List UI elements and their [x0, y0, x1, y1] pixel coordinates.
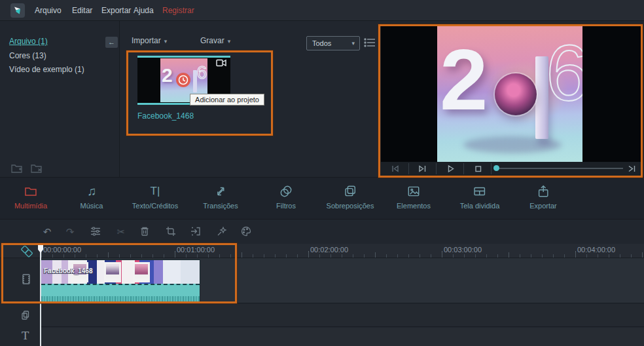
chevron-down-icon: ▾	[164, 38, 168, 45]
clip-photo-thumb	[133, 262, 150, 282]
main-toolbar: Multimídia ♫ Música T| Texto/Créditos Tr…	[0, 178, 644, 220]
seek-slider-handle[interactable]	[493, 165, 499, 171]
sidebar-item-video-exemplo[interactable]: Vídeo de exemplo (1)	[9, 65, 84, 74]
panel-divider	[119, 21, 120, 177]
text-track-icon: T	[22, 329, 29, 342]
play-icon[interactable]	[446, 164, 456, 174]
track-header-gutter	[0, 258, 41, 346]
separator	[491, 163, 492, 174]
collapse-sidebar-button[interactable]: ←	[105, 37, 118, 48]
menubar: Arquivo Editar Exportar Ajuda Registrar	[0, 0, 644, 21]
tab-tela-dividida[interactable]: Tela dividida	[460, 184, 500, 210]
menu-editar[interactable]: Editar	[72, 0, 92, 21]
separator	[436, 163, 437, 174]
tab-sobreposicoes[interactable]: Sobreposições	[327, 184, 374, 210]
music-note-icon: ♫	[80, 184, 103, 200]
link-clips-icon[interactable]	[20, 246, 34, 258]
app-logo-icon[interactable]	[10, 3, 25, 18]
timeline-ruler[interactable]: 00:00:00:00 00:01:00:00 00:02:00:00 00:0…	[0, 244, 644, 258]
clip-audio-waveform	[41, 284, 200, 302]
text-icon: T|	[132, 184, 178, 200]
sidebar-item-arquivo[interactable]: Arquivo (1)	[9, 37, 48, 46]
preview-stage[interactable]: 2 6	[381, 26, 641, 162]
overlays-icon	[327, 184, 374, 200]
filters-icon	[276, 184, 296, 200]
undo-icon[interactable]: ↶	[41, 225, 54, 239]
video-camera-icon	[216, 59, 226, 67]
menu-exportar[interactable]: Exportar	[101, 0, 131, 21]
pip-copy-icon	[20, 309, 33, 322]
magic-wand-icon[interactable]	[216, 225, 229, 239]
chevron-down-icon: ▾	[228, 38, 231, 45]
menu-ajuda[interactable]: Ajuda	[134, 0, 154, 21]
color-palette-icon[interactable]	[240, 225, 253, 239]
clip-filmstrip: Facebook_1468	[41, 260, 200, 284]
clock-icon	[176, 73, 190, 87]
folder-icon	[14, 184, 47, 200]
export-icon	[529, 184, 557, 200]
clip-photo-thumb	[104, 262, 121, 282]
add-folder-icon[interactable]	[10, 163, 24, 174]
tab-texto-creditos[interactable]: T| Texto/Créditos	[132, 184, 178, 210]
pip-track[interactable]	[0, 304, 644, 327]
sidebar-item-cores[interactable]: Cores (13)	[9, 51, 46, 60]
ruler-label: 00:04:00:00	[577, 246, 615, 254]
menu-arquivo[interactable]: Arquivo	[35, 0, 62, 21]
transitions-icon	[203, 184, 238, 200]
list-view-icon[interactable]	[364, 37, 376, 48]
tab-elementos[interactable]: Elementos	[397, 184, 431, 210]
tab-transicoes[interactable]: Transições	[203, 184, 238, 210]
jump-to-end-icon[interactable]	[627, 164, 637, 174]
trash-icon[interactable]	[139, 225, 152, 239]
next-frame-icon[interactable]	[418, 164, 427, 174]
jump-to-start-icon[interactable]	[390, 164, 400, 174]
split-screen-icon	[460, 184, 500, 200]
thumb-digit-2: 2	[162, 64, 173, 86]
media-item-title[interactable]: Facebook_1468	[137, 111, 194, 121]
stop-icon[interactable]	[473, 164, 483, 174]
ruler-label: 00:03:00:00	[444, 246, 482, 254]
menu-registrar[interactable]: Registrar	[162, 0, 194, 21]
elements-icon	[397, 184, 431, 200]
ruler-label: 00:01:00:00	[177, 246, 215, 254]
tab-musica[interactable]: ♫ Música	[80, 184, 103, 210]
thumb-top-bar	[137, 56, 230, 58]
media-filter-dropdown[interactable]: Todos▾	[306, 36, 360, 50]
adjust-settings-icon[interactable]	[90, 225, 103, 239]
delete-folder-icon[interactable]	[30, 163, 43, 174]
artwork-digit-2: 2	[440, 30, 488, 129]
tab-multimidia[interactable]: Multimídia	[14, 184, 47, 210]
tooltip-adicionar-ao-projeto: Adicionar ao projeto	[190, 94, 264, 106]
ruler-label: 00:02:00:00	[310, 246, 348, 254]
waveform-bars	[41, 296, 200, 302]
separator	[408, 163, 409, 174]
seek-slider-track[interactable]	[496, 168, 623, 169]
redo-icon[interactable]: ↷	[63, 225, 77, 239]
clip-label: Facebook_1468	[44, 267, 93, 275]
playhead-line[interactable]	[40, 244, 41, 346]
ruler-label: 00:00:00:00	[43, 246, 81, 254]
filmora-window: Arquivo Editar Exportar Ajuda Registrar …	[0, 0, 644, 346]
filmstrip-icon	[20, 273, 33, 286]
crop-icon[interactable]	[165, 225, 178, 239]
record-menu[interactable]: Gravar▾	[200, 36, 230, 45]
artwork-digit-0-circle	[495, 73, 537, 115]
thumb-digit-6: 6	[196, 62, 207, 83]
artwork-digit-6: 6	[546, 28, 582, 118]
chevron-down-icon: ▾	[351, 37, 355, 50]
timeline-clip[interactable]: Facebook_1468	[41, 260, 200, 302]
timeline-toolbar: ↶ ↷ ✂	[0, 220, 644, 244]
separator	[463, 163, 464, 174]
scissors-icon[interactable]: ✂	[115, 225, 128, 239]
import-menu[interactable]: Importar▾	[132, 36, 167, 45]
preview-artwork-2016: 2 6	[437, 26, 582, 162]
tab-exportar[interactable]: Exportar	[529, 184, 557, 210]
text-track[interactable]	[0, 328, 644, 346]
add-to-timeline-icon[interactable]	[190, 225, 203, 239]
tab-filtros[interactable]: Filtros	[276, 184, 296, 210]
